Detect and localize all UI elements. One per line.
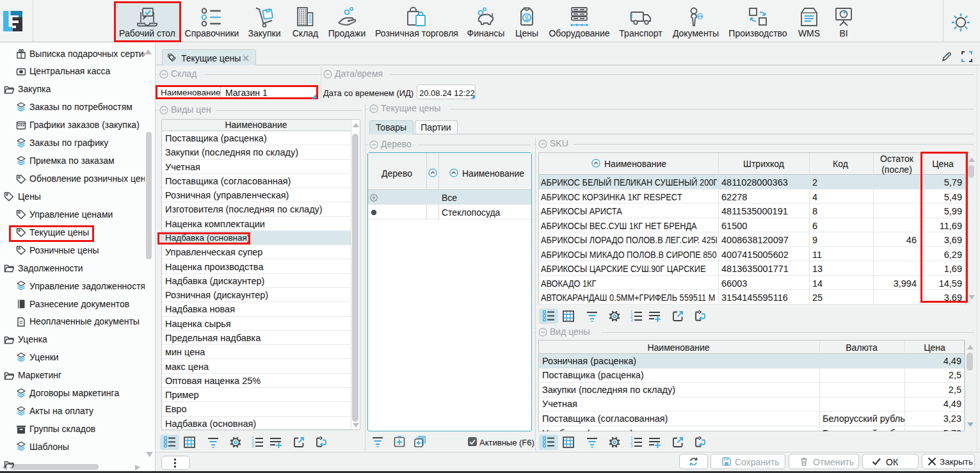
svg-text:3: 3 — [631, 444, 633, 448]
svg-text:3: 3 — [631, 317, 633, 322]
svg-text:3: 3 — [252, 444, 254, 448]
svg-text:$: $ — [525, 14, 529, 22]
